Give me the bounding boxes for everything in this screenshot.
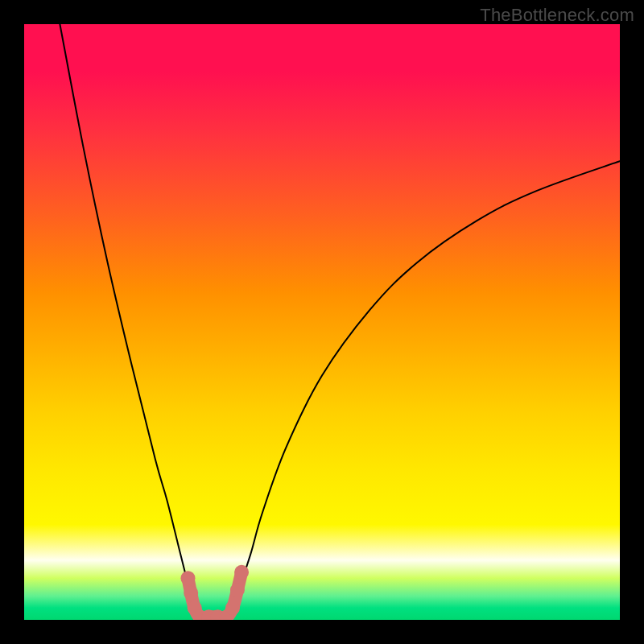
right-marker-low — [225, 601, 240, 615]
chart-canvas: TheBottleneck.com — [0, 0, 644, 644]
series-left-branch — [60, 24, 203, 620]
left-marker-mid — [184, 586, 198, 601]
left-marker-top — [181, 571, 196, 585]
watermark-text: TheBottleneck.com — [480, 5, 634, 26]
curve-layer — [60, 24, 620, 620]
right-marker-mid — [230, 583, 245, 597]
right-marker-top — [234, 565, 249, 580]
marker-layer — [181, 565, 250, 620]
series-right-branch — [227, 161, 620, 620]
chart-svg — [24, 24, 620, 620]
plot-area — [24, 24, 620, 620]
